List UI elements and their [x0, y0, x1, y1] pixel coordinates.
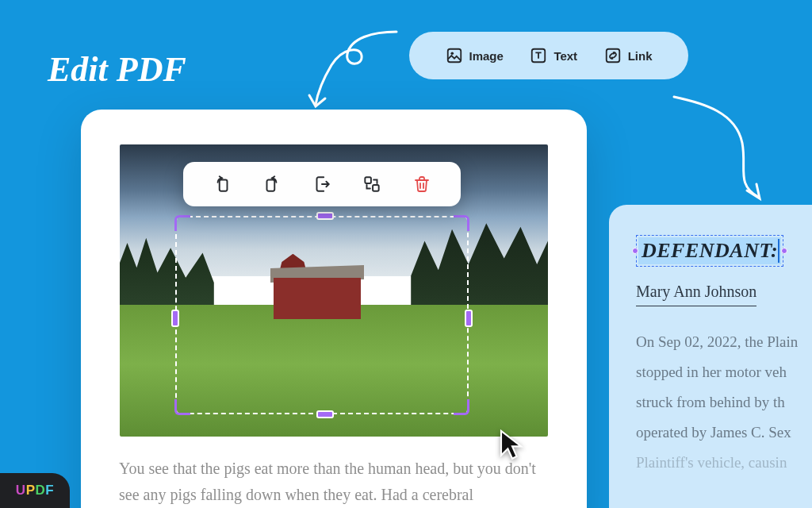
text-handle-right[interactable] — [781, 248, 787, 254]
selection-handle-n[interactable] — [316, 212, 334, 220]
svg-rect-3 — [606, 49, 619, 63]
edit-toolbar: Image Text Link — [409, 32, 688, 79]
svg-rect-4 — [220, 180, 228, 191]
case-body-line: On Sep 02, 2022, the Plain — [636, 327, 812, 357]
document-card: You see that the pigs eat more than the … — [81, 110, 587, 508]
text-handle-left[interactable] — [632, 248, 638, 254]
photo-container — [120, 144, 548, 437]
page-title: Edit PDF — [48, 49, 186, 90]
text-cursor — [778, 239, 779, 263]
text-tool[interactable]: Text — [530, 47, 577, 64]
case-body-line: Plaintiff's vehicle, causin — [636, 448, 812, 478]
case-body-line: stopped in her motor veh — [636, 357, 812, 387]
svg-rect-7 — [373, 185, 379, 191]
arrow-decoration-right — [665, 89, 791, 216]
case-body-text: On Sep 02, 2022, the Plain stopped in he… — [636, 327, 812, 478]
case-body-line: struck from behind by th — [636, 387, 812, 418]
svg-rect-5 — [267, 180, 275, 191]
selection-handle-s[interactable] — [316, 410, 334, 418]
document-body-text: You see that the pigs eat more than the … — [119, 456, 549, 508]
image-tool-label: Image — [469, 49, 504, 63]
text-edit-panel: DEFENDANT: Mary Ann Johnson On Sep 02, 2… — [609, 205, 812, 508]
selection-handle-w[interactable] — [171, 310, 179, 327]
brand-logo: UPDF — [0, 473, 70, 508]
link-tool[interactable]: Link — [604, 47, 653, 64]
defendant-label[interactable]: DEFENDANT: — [638, 237, 781, 264]
extract-image-button[interactable] — [311, 173, 333, 195]
selection-corner-nw[interactable] — [174, 215, 190, 231]
selection-corner-sw[interactable] — [174, 399, 190, 415]
image-icon — [446, 47, 463, 64]
image-edit-toolbar — [183, 162, 461, 206]
defendant-name: Mary Ann Johnson — [636, 283, 756, 306]
svg-point-1 — [450, 52, 454, 55]
arrow-decoration-left — [301, 22, 412, 117]
case-body-line: operated by James C. Sex — [636, 418, 812, 448]
rotate-left-button[interactable] — [211, 173, 233, 195]
text-icon — [530, 47, 547, 64]
image-tool[interactable]: Image — [446, 47, 504, 64]
selection-corner-ne[interactable] — [454, 215, 469, 231]
selection-corner-se[interactable] — [454, 399, 469, 415]
text-selection-box[interactable]: DEFENDANT: — [636, 235, 783, 267]
cursor-icon — [499, 429, 526, 462]
rotate-right-button[interactable] — [261, 173, 283, 195]
svg-rect-0 — [447, 49, 461, 63]
delete-image-button[interactable] — [411, 173, 433, 195]
svg-rect-6 — [365, 177, 371, 183]
link-tool-label: Link — [628, 49, 653, 63]
text-tool-label: Text — [553, 49, 577, 63]
link-icon — [604, 47, 622, 64]
selection-handle-e[interactable] — [465, 310, 473, 327]
replace-image-button[interactable] — [361, 173, 383, 195]
image-selection-box[interactable] — [175, 216, 469, 414]
